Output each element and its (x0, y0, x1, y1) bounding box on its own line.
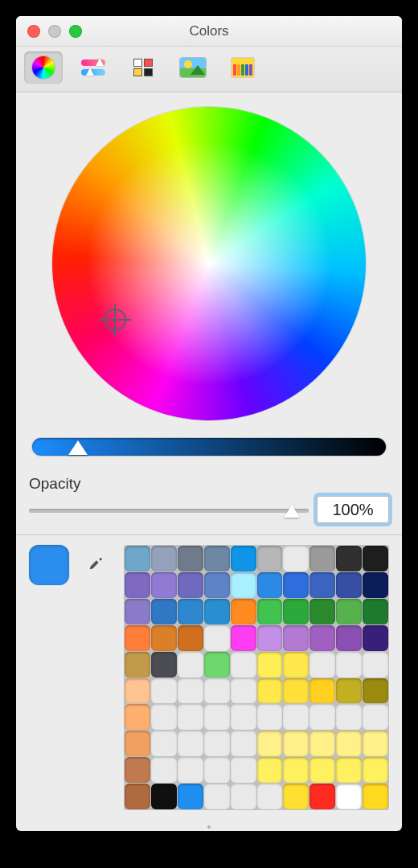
swatch-cell[interactable] (231, 678, 256, 704)
swatch-cell[interactable] (283, 625, 309, 651)
swatch-cell[interactable] (336, 704, 362, 730)
swatch-cell[interactable] (257, 546, 283, 571)
swatch-cell[interactable] (178, 599, 203, 624)
swatch-cell[interactable] (363, 678, 388, 704)
swatch-cell[interactable] (125, 678, 150, 704)
swatch-cell[interactable] (309, 731, 335, 756)
swatch-cell[interactable] (283, 678, 309, 704)
swatch-cell[interactable] (336, 731, 362, 756)
brightness-slider[interactable] (32, 438, 386, 456)
swatch-cell[interactable] (336, 625, 362, 651)
swatch-cell[interactable] (363, 652, 388, 678)
swatch-cell[interactable] (231, 625, 256, 651)
swatch-cell[interactable] (363, 704, 388, 730)
swatch-cell[interactable] (204, 572, 230, 598)
swatch-cell[interactable] (257, 572, 283, 598)
swatch-cell[interactable] (151, 625, 177, 651)
swatch-cell[interactable] (257, 625, 283, 651)
swatch-cell[interactable] (151, 784, 177, 809)
swatch-cell[interactable] (204, 784, 230, 809)
swatch-cell[interactable] (309, 572, 335, 598)
swatch-cell[interactable] (257, 784, 283, 809)
swatch-cell[interactable] (204, 757, 230, 783)
swatch-cell[interactable] (309, 704, 335, 730)
swatch-cell[interactable] (363, 625, 388, 651)
swatch-cell[interactable] (151, 572, 177, 598)
swatch-cell[interactable] (309, 625, 335, 651)
swatch-cell[interactable] (231, 599, 256, 624)
swatch-cell[interactable] (257, 599, 283, 624)
swatch-cell[interactable] (283, 704, 309, 730)
swatch-cell[interactable] (178, 678, 203, 704)
current-color-swatch[interactable] (29, 545, 69, 585)
swatch-cell[interactable] (336, 678, 362, 704)
swatch-cell[interactable] (125, 625, 150, 651)
swatch-cell[interactable] (336, 546, 362, 571)
swatch-cell[interactable] (257, 731, 283, 756)
swatch-cell[interactable] (125, 757, 150, 783)
swatch-cell[interactable] (231, 652, 256, 678)
swatch-cell[interactable] (151, 546, 177, 571)
swatch-cell[interactable] (309, 652, 335, 678)
swatch-cell[interactable] (309, 757, 335, 783)
tab-image-palettes[interactable] (174, 51, 212, 84)
tab-color-palettes[interactable] (124, 51, 162, 84)
swatch-cell[interactable] (178, 704, 203, 730)
swatch-cell[interactable] (309, 546, 335, 571)
opacity-thumb[interactable] (284, 505, 300, 518)
swatch-cell[interactable] (363, 731, 388, 756)
swatch-cell[interactable] (178, 731, 203, 756)
swatch-cell[interactable] (178, 625, 203, 651)
opacity-field[interactable]: 100% (317, 496, 389, 523)
swatch-cell[interactable] (204, 546, 230, 571)
swatch-cell[interactable] (231, 572, 256, 598)
swatch-cell[interactable] (283, 572, 309, 598)
swatch-cell[interactable] (204, 731, 230, 756)
swatch-cell[interactable] (204, 625, 230, 651)
swatch-cell[interactable] (125, 546, 150, 571)
swatch-cell[interactable] (231, 731, 256, 756)
swatch-cell[interactable] (363, 784, 388, 809)
swatch-cell[interactable] (257, 704, 283, 730)
swatch-cell[interactable] (204, 599, 230, 624)
tab-crayons[interactable] (223, 51, 262, 84)
swatch-cell[interactable] (178, 652, 203, 678)
swatch-cell[interactable] (363, 572, 388, 598)
swatch-cell[interactable] (336, 652, 362, 678)
swatch-cell[interactable] (204, 652, 230, 678)
swatch-cell[interactable] (231, 704, 256, 730)
swatch-cell[interactable] (231, 546, 256, 571)
swatch-cell[interactable] (178, 572, 203, 598)
swatch-cell[interactable] (309, 599, 335, 624)
swatch-cell[interactable] (363, 757, 388, 783)
swatch-cell[interactable] (125, 731, 150, 756)
swatch-cell[interactable] (309, 784, 335, 809)
swatch-cell[interactable] (336, 784, 362, 809)
swatch-cell[interactable] (151, 678, 177, 704)
tab-color-wheel[interactable] (24, 51, 63, 84)
swatch-cell[interactable] (151, 731, 177, 756)
zoom-button[interactable] (69, 25, 82, 38)
swatch-cell[interactable] (204, 704, 230, 730)
swatch-cell[interactable] (336, 757, 362, 783)
brightness-thumb[interactable] (68, 440, 88, 455)
swatch-cell[interactable] (231, 757, 256, 783)
swatch-cell[interactable] (125, 652, 150, 678)
swatch-cell[interactable] (336, 572, 362, 598)
opacity-slider[interactable] (29, 501, 309, 519)
swatch-cell[interactable] (283, 546, 309, 571)
swatch-cell[interactable] (363, 546, 388, 571)
swatch-cell[interactable] (151, 704, 177, 730)
eyedropper-button[interactable] (84, 551, 108, 575)
swatch-cell[interactable] (283, 652, 309, 678)
swatch-cell[interactable] (125, 704, 150, 730)
swatch-cell[interactable] (336, 599, 362, 624)
swatch-cell[interactable] (151, 599, 177, 624)
swatch-cell[interactable] (363, 599, 388, 624)
swatch-cell[interactable] (151, 757, 177, 783)
swatch-cell[interactable] (283, 784, 309, 809)
swatch-cell[interactable] (257, 652, 283, 678)
minimize-button[interactable] (48, 25, 61, 38)
swatch-cell[interactable] (231, 784, 256, 809)
swatch-cell[interactable] (178, 784, 203, 809)
